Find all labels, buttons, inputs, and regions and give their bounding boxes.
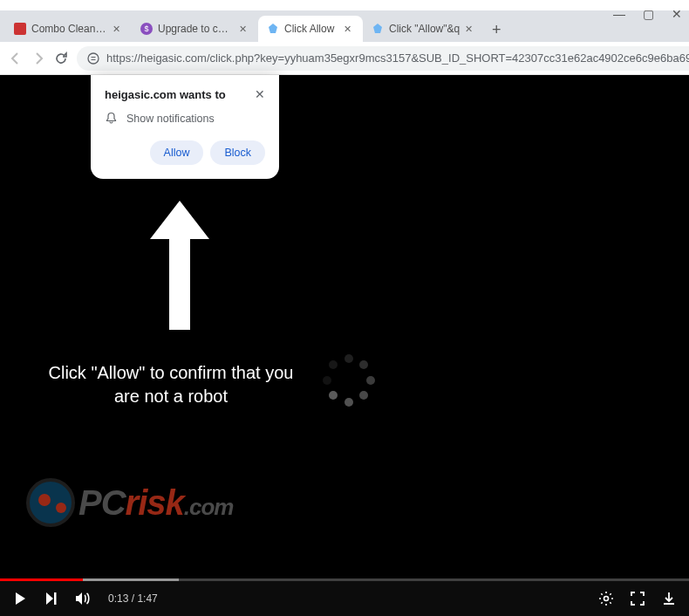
svg-point-3 [88, 53, 99, 64]
tab-close-icon[interactable]: ✕ [239, 24, 249, 34]
video-area[interactable]: heigasic.com wants to ✕ Show notificatio… [0, 75, 689, 578]
tab-combo-cleaner[interactable]: Combo Cleaner Prem ✕ [5, 16, 132, 42]
address-bar[interactable]: https://heigasic.com/click.php?key=yyhua… [77, 46, 689, 71]
nav-reload-button[interactable] [54, 48, 68, 69]
globe-icon [26, 478, 75, 527]
up-arrow-icon [145, 195, 215, 335]
allow-button[interactable]: Allow [150, 140, 204, 165]
permission-heading-text: heigasic.com wants to [105, 88, 226, 101]
titlebar [0, 0, 689, 10]
tab-click-allow-active[interactable]: Click Allow ✕ [258, 16, 363, 42]
permission-row-label: Show notifications [126, 113, 215, 125]
tab-title: Upgrade to combo cl [158, 23, 234, 35]
window-minimize-button[interactable]: — [613, 7, 625, 21]
notification-permission-dialog: heigasic.com wants to ✕ Show notificatio… [91, 75, 279, 179]
url-text: https://heigasic.com/click.php?key=yyhua… [106, 51, 689, 65]
loading-spinner-icon [323, 354, 375, 407]
bell-icon [105, 112, 118, 125]
watermark-text: PCrisk.com [78, 483, 233, 523]
tab-click-allow-2[interactable]: Click "Allow"&q ✕ [363, 16, 484, 42]
page-content: heigasic.com wants to ✕ Show notificatio… [0, 75, 689, 616]
play-button[interactable] [12, 591, 28, 606]
video-controls-bar: 0:13 / 1:47 [0, 581, 689, 616]
tab-title: Click "Allow"&q [389, 23, 460, 35]
window-controls: — ▢ ✕ [613, 7, 682, 21]
svg-rect-5 [92, 59, 96, 60]
svg-point-8 [604, 597, 609, 601]
site-info-icon[interactable] [87, 52, 99, 65]
window-close-button[interactable]: ✕ [672, 7, 682, 21]
favicon-icon [267, 23, 279, 35]
tab-strip: Combo Cleaner Prem ✕ $ Upgrade to combo … [0, 10, 689, 42]
tab-close-icon[interactable]: ✕ [344, 24, 354, 34]
svg-rect-4 [92, 57, 96, 58]
nav-forward-button[interactable] [31, 48, 45, 69]
browser-toolbar: https://heigasic.com/click.php?key=yyhua… [0, 42, 689, 75]
instruction-text: Click "Allow" to confirm that you are no… [40, 361, 302, 408]
fullscreen-button[interactable] [630, 591, 645, 606]
permission-heading: heigasic.com wants to ✕ [105, 87, 265, 101]
download-button[interactable] [661, 591, 677, 606]
tab-title: Combo Cleaner Prem [31, 23, 107, 35]
svg-rect-7 [54, 592, 57, 605]
svg-text:$: $ [144, 24, 148, 33]
next-button[interactable] [44, 591, 59, 606]
permission-row: Show notifications [105, 112, 265, 125]
close-icon[interactable]: ✕ [255, 87, 265, 101]
favicon-icon: $ [140, 23, 153, 35]
window-maximize-button[interactable]: ▢ [643, 7, 654, 21]
svg-rect-0 [14, 23, 26, 35]
nav-back-button[interactable] [9, 48, 23, 69]
new-tab-button[interactable]: + [484, 17, 508, 42]
tab-close-icon[interactable]: ✕ [465, 24, 475, 34]
pcrisk-watermark: PCrisk.com [26, 478, 233, 527]
video-time: 0:13 / 1:47 [108, 592, 158, 605]
settings-button[interactable] [598, 591, 614, 606]
favicon-icon [14, 23, 26, 35]
tab-title: Click Allow [284, 23, 338, 35]
volume-button[interactable] [75, 591, 92, 606]
block-button[interactable]: Block [210, 140, 265, 165]
favicon-icon [372, 23, 384, 35]
tab-upgrade[interactable]: $ Upgrade to combo cl ✕ [132, 16, 258, 42]
tab-close-icon[interactable]: ✕ [113, 24, 123, 34]
